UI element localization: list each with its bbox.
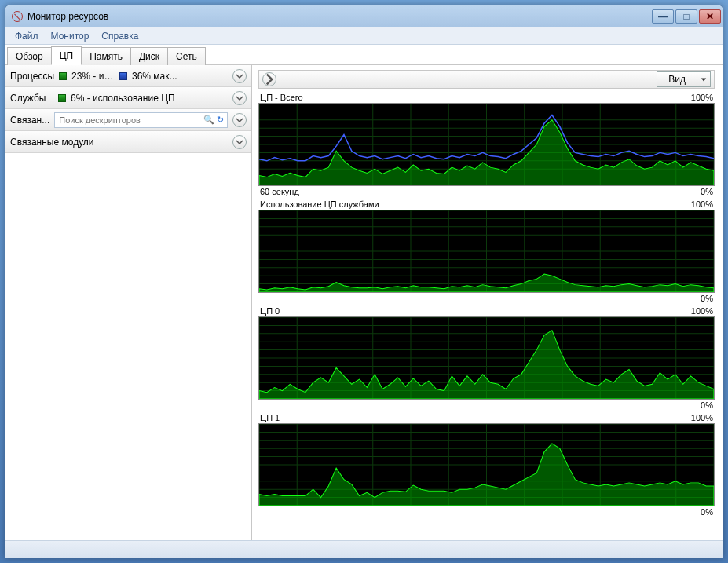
window-title: Монитор ресурсов [27, 11, 650, 22]
chart-3: ЦП 1 100% 0% [258, 412, 715, 517]
chevron-down-icon [236, 138, 243, 146]
chart-title: ЦП 1 [260, 413, 280, 422]
menubar: Файл Монитор Справка [5, 27, 723, 45]
expand-services-button[interactable] [232, 91, 247, 105]
minimize-button[interactable]: — [652, 9, 674, 24]
tab-memory[interactable]: Память [81, 47, 131, 65]
menu-help[interactable]: Справка [95, 28, 145, 44]
tab-disk[interactable]: Диск [130, 47, 168, 65]
chart-canvas [258, 423, 715, 506]
processes-usage: 23% - ис... [71, 71, 115, 82]
panel-services[interactable]: Службы 6% - использование ЦП [5, 87, 251, 109]
swatch-green-icon [58, 94, 66, 102]
chart-title: Использование ЦП службами [260, 199, 379, 209]
chart-ymin: 0% [701, 294, 713, 303]
chart-xlabel: 60 секунд [260, 187, 299, 196]
chevron-down-icon [236, 116, 243, 124]
panel-handles-label: Связан... [10, 115, 49, 126]
expand-modules-button[interactable] [232, 135, 247, 149]
view-dropdown-arrow[interactable] [697, 72, 710, 86]
processes-max: 36% мак... [132, 71, 177, 82]
expand-processes-button[interactable] [232, 69, 247, 83]
collapse-charts-button[interactable] [262, 72, 276, 86]
main-panel: Вид ЦП - Всего 100% 60 секунд0% Использо… [252, 65, 723, 540]
panel-processes-label: Процессы [10, 71, 54, 82]
tabs: Обзор ЦП Память Диск Сеть [5, 45, 723, 65]
swatch-blue-icon [119, 72, 127, 80]
maximize-button[interactable]: □ [675, 9, 697, 24]
chart-ymax: 100% [691, 306, 713, 316]
chart-canvas [258, 103, 715, 186]
content: Процессы 23% - ис... 36% мак... Службы 6… [5, 65, 723, 540]
chart-footer: 0% [258, 506, 715, 517]
panel-modules-label: Связанные модули [10, 137, 228, 148]
chart-title-row: Использование ЦП службами 100% [258, 199, 715, 210]
panel-processes[interactable]: Процессы 23% - ис... 36% мак... [5, 65, 251, 87]
charts-header: Вид [258, 70, 715, 89]
search-icon[interactable]: 🔍 [203, 115, 214, 125]
chart-footer: 60 секунд0% [258, 186, 715, 197]
chart-footer: 0% [258, 293, 715, 304]
app-icon [12, 11, 23, 22]
chart-0: ЦП - Всего 100% 60 секунд0% [258, 92, 715, 197]
tab-overview[interactable]: Обзор [7, 47, 52, 65]
chart-ymax: 100% [691, 199, 713, 209]
tab-network[interactable]: Сеть [167, 47, 206, 65]
sidebar: Процессы 23% - ис... 36% мак... Службы 6… [5, 65, 252, 540]
close-button[interactable]: ✕ [699, 9, 721, 24]
chart-title-row: ЦП 0 100% [258, 305, 715, 316]
menu-file[interactable]: Файл [9, 28, 45, 44]
chart-title: ЦП - Всего [260, 93, 303, 102]
chart-title: ЦП 0 [260, 306, 280, 316]
triangle-down-icon [701, 76, 707, 82]
view-button-label: Вид [657, 72, 697, 86]
chart-ymin: 0% [701, 400, 713, 410]
panel-services-label: Службы [10, 93, 53, 104]
chart-ymin: 0% [701, 187, 713, 196]
panel-handles[interactable]: Связан... 🔍 ↻ [5, 109, 251, 131]
chart-canvas [258, 316, 715, 400]
statusbar [5, 540, 723, 558]
tab-cpu[interactable]: ЦП [51, 46, 82, 65]
chart-title-row: ЦП - Всего 100% [258, 92, 715, 103]
view-button[interactable]: Вид [657, 71, 711, 87]
chevron-down-icon [236, 94, 243, 102]
chart-1: Использование ЦП службами 100% 0% [258, 199, 715, 304]
expand-handles-button[interactable] [232, 113, 247, 127]
chart-title-row: ЦП 1 100% [258, 412, 715, 423]
chart-2: ЦП 0 100% 0% [258, 305, 715, 411]
refresh-icon[interactable]: ↻ [214, 115, 225, 125]
chevron-down-icon [236, 72, 243, 80]
chart-ymin: 0% [701, 507, 713, 517]
services-usage: 6% - использование ЦП [71, 93, 175, 104]
chevron-right-icon [263, 73, 276, 86]
window: Монитор ресурсов — □ ✕ Файл Монитор Спра… [5, 5, 723, 558]
search-input[interactable] [57, 115, 203, 125]
titlebar[interactable]: Монитор ресурсов — □ ✕ [5, 5, 723, 27]
swatch-green-icon [59, 72, 67, 80]
search-wrapper: 🔍 ↻ [54, 112, 228, 128]
charts-container: ЦП - Всего 100% 60 секунд0% Использовани… [258, 92, 715, 536]
menu-monitor[interactable]: Монитор [45, 28, 96, 44]
chart-ymax: 100% [691, 413, 713, 422]
panel-modules[interactable]: Связанные модули [5, 131, 251, 153]
chart-ymax: 100% [691, 93, 713, 102]
chart-canvas [258, 210, 715, 293]
chart-footer: 0% [258, 400, 715, 411]
